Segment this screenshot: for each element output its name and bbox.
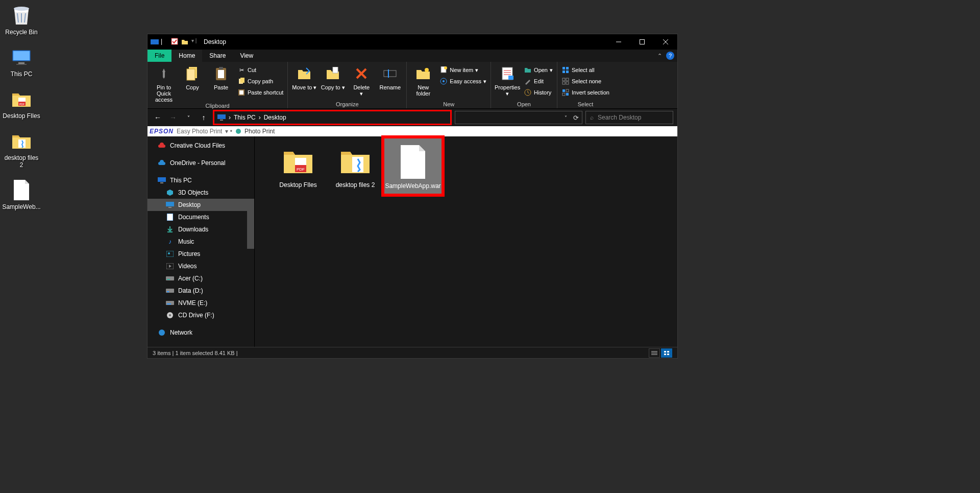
drive-icon — [166, 287, 174, 295]
nav-item-onedrive[interactable]: OneDrive - Personal — [148, 157, 254, 169]
nav-item-downloads[interactable]: Downloads — [148, 223, 254, 236]
copy-to-button[interactable]: Copy to ▾ — [320, 63, 346, 90]
svg-rect-53 — [160, 182, 163, 183]
file-list-pane[interactable]: PDF Desktop FIles desktop files 2 Sample… — [255, 136, 677, 347]
tab-file[interactable]: File — [148, 50, 172, 62]
epson-photo-print[interactable]: Photo Print — [244, 128, 275, 135]
cut-button[interactable]: ✂Cut — [236, 65, 284, 75]
file-item-folder-1[interactable]: PDF Desktop FIles — [270, 140, 326, 189]
address-bar[interactable]: › This PC › Desktop — [213, 110, 452, 125]
address-dropdown-icon[interactable]: ˅ — [565, 115, 567, 121]
svg-rect-2 — [13, 51, 30, 60]
easy-access-button[interactable]: Easy access ▾ — [438, 76, 487, 86]
close-button[interactable] — [654, 34, 677, 50]
nav-item-pictures[interactable]: Pictures — [148, 248, 254, 260]
tab-share[interactable]: Share — [202, 50, 233, 62]
new-item-button[interactable]: New item ▾ — [438, 65, 487, 75]
invert-selection-button[interactable]: Invert selection — [560, 87, 610, 98]
nav-up-button[interactable]: ↑ — [198, 111, 210, 124]
open-button[interactable]: Open ▾ — [523, 65, 554, 75]
desktop-icon-file-1[interactable]: SampleWeb... — [2, 178, 41, 210]
desktop-icon-this-pc[interactable]: This PC — [2, 45, 41, 78]
nav-label: Documents — [178, 214, 209, 221]
select-none-button[interactable]: Select none — [560, 76, 610, 86]
nav-item-music[interactable]: ♪Music — [148, 236, 254, 248]
ribbon-group-open: Properties▾ Open ▾ Edit History Open — [491, 62, 557, 108]
refresh-icon[interactable]: ⟳ — [573, 114, 579, 122]
epson-easy-print[interactable]: Easy Photo Print — [177, 128, 222, 135]
rename-button[interactable]: Rename — [377, 63, 403, 90]
svg-point-68 — [159, 330, 165, 336]
search-box[interactable]: ⌕ Search Desktop — [585, 111, 673, 124]
file-item-folder-2[interactable]: desktop files 2 — [327, 140, 383, 189]
address-bar-row: ← → ˅ ↑ › This PC › Desktop ˅ ⟳ ⌕ Search… — [148, 109, 677, 126]
desktop-icon-folder-1[interactable]: PDF Desktop FIles — [2, 87, 41, 120]
select-all-button[interactable]: Select all — [560, 65, 610, 75]
desktop-icon-folder-2[interactable]: desktop files 2 — [2, 129, 41, 169]
address-bar-extension[interactable]: ˅ ⟳ — [455, 111, 582, 124]
nav-recent-button[interactable]: ˅ — [182, 111, 194, 124]
qat-dropdown[interactable]: ▾ | — [191, 38, 200, 46]
ribbon-group-label: New — [410, 101, 487, 108]
desktop-icon — [166, 201, 174, 209]
ribbon-group-label: Select — [560, 101, 610, 108]
documents-icon — [166, 213, 174, 221]
svg-rect-43 — [562, 82, 565, 84]
edit-button[interactable]: Edit — [523, 76, 554, 86]
nav-item-network[interactable]: Network — [148, 326, 254, 339]
breadcrumb-item[interactable]: Desktop — [264, 114, 286, 121]
tab-view[interactable]: View — [233, 50, 260, 62]
nav-item-3d-objects[interactable]: 3D Objects — [148, 186, 254, 199]
nav-item-drive-c[interactable]: Acer (C:) — [148, 272, 254, 285]
qat-folder-icon[interactable] — [181, 38, 189, 46]
breadcrumb-item[interactable]: This PC — [234, 114, 256, 121]
details-view-button[interactable] — [649, 348, 660, 358]
icons-view-button[interactable] — [661, 348, 672, 358]
nav-item-this-pc[interactable]: This PC — [148, 174, 254, 186]
paste-button[interactable]: Paste — [208, 63, 234, 90]
pin-to-quick-access-button[interactable]: Pin to Quick access — [151, 63, 177, 103]
desktop-icon-recycle-bin[interactable]: Recycle Bin — [2, 3, 41, 36]
downloads-icon — [166, 225, 174, 233]
file-item-war-file[interactable]: SampleWebApp.war — [384, 138, 442, 194]
delete-button[interactable]: Delete▾ — [348, 63, 375, 97]
navigation-pane[interactable]: Creative Cloud Files OneDrive - Personal… — [148, 136, 255, 347]
titlebar[interactable]: | ▾ | Desktop — [148, 34, 677, 50]
button-label: New item — [450, 67, 473, 73]
nav-back-button[interactable]: ← — [152, 111, 164, 124]
tab-home[interactable]: Home — [172, 50, 202, 62]
help-icon[interactable]: ? — [666, 52, 674, 60]
paste-shortcut-button[interactable]: Paste shortcut — [236, 87, 284, 98]
properties-icon — [494, 63, 521, 84]
nav-item-desktop[interactable]: Desktop — [148, 199, 254, 211]
nav-item-videos[interactable]: Videos — [148, 260, 254, 272]
button-label: Copy path — [248, 78, 273, 84]
ribbon-collapse-icon[interactable]: ⌃ — [657, 53, 662, 59]
nav-item-drive-e[interactable]: NVME (E:) — [148, 297, 254, 309]
nav-item-creative-cloud[interactable]: Creative Cloud Files — [148, 139, 254, 152]
nav-forward-button[interactable]: → — [167, 111, 179, 124]
videos-icon — [166, 262, 174, 270]
svg-rect-65 — [167, 303, 171, 304]
maximize-button[interactable] — [630, 34, 654, 50]
move-to-button[interactable]: Move to ▾ — [291, 63, 317, 90]
new-folder-button[interactable]: New folder — [410, 63, 436, 97]
nav-item-drive-f[interactable]: CD Drive (F:) — [148, 309, 254, 321]
svg-rect-12 — [640, 40, 645, 44]
qat-icon[interactable] — [171, 38, 179, 46]
search-icon: ⌕ — [590, 114, 594, 121]
nav-label: Pictures — [178, 250, 200, 257]
svg-rect-23 — [239, 90, 243, 95]
nav-scrollbar-thumb[interactable] — [247, 208, 254, 249]
copy-button[interactable]: Copy — [179, 63, 206, 90]
history-button[interactable]: History — [523, 87, 554, 98]
minimize-button[interactable] — [607, 34, 630, 50]
nav-item-drive-d[interactable]: Data (D:) — [148, 285, 254, 297]
properties-button[interactable]: Properties▾ — [494, 63, 521, 97]
nav-item-documents[interactable]: Documents — [148, 211, 254, 223]
nav-label: Network — [170, 329, 192, 336]
copy-path-button[interactable]: Copy path — [236, 76, 284, 86]
file-label: SampleWebApp.war — [384, 182, 442, 190]
svg-rect-79 — [667, 354, 669, 355]
svg-point-58 — [168, 252, 170, 254]
